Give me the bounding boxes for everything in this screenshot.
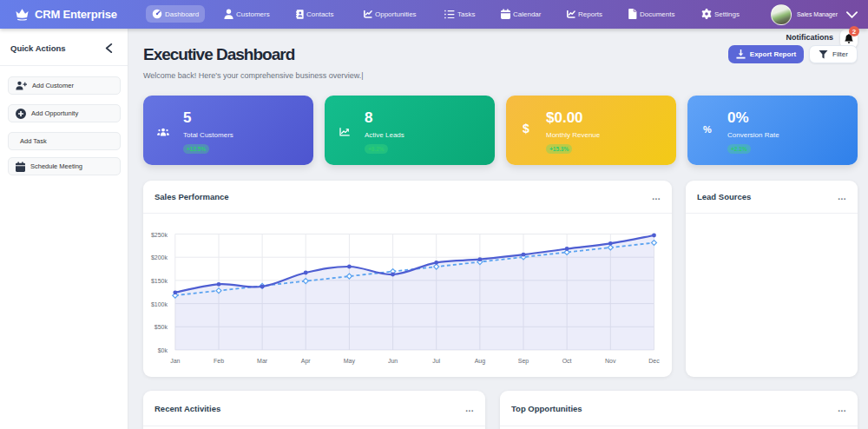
svg-text:$150k: $150k [151, 278, 168, 284]
svg-text:Dec: Dec [648, 358, 660, 364]
svg-text:Aug: Aug [475, 358, 486, 365]
svg-text:$0k: $0k [158, 347, 168, 353]
svg-text:May: May [344, 358, 356, 365]
svg-text:Oct: Oct [562, 358, 572, 364]
svg-text:$50k: $50k [155, 324, 168, 330]
svg-text:Jul: Jul [432, 358, 440, 364]
svg-text:Mar: Mar [257, 358, 268, 364]
svg-text:$100k: $100k [151, 301, 168, 307]
svg-text:$200k: $200k [151, 254, 168, 261]
svg-text:Jun: Jun [388, 358, 398, 364]
svg-text:Nov: Nov [605, 358, 616, 364]
svg-text:$250k: $250k [151, 232, 168, 238]
svg-text:Apr: Apr [301, 358, 312, 365]
svg-text:Jan: Jan [170, 358, 180, 364]
svg-text:Sep: Sep [518, 358, 529, 365]
svg-text:Feb: Feb [214, 358, 224, 364]
